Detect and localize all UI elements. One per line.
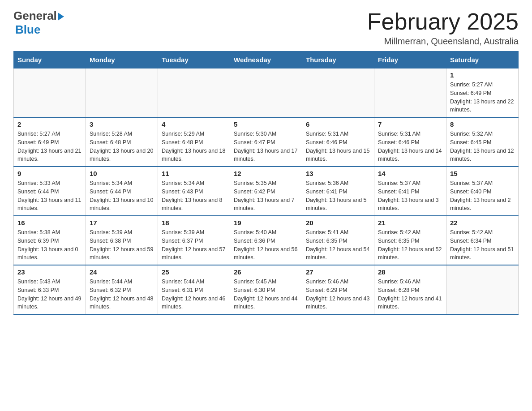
day-number: 3 bbox=[90, 120, 154, 128]
day-info: Sunrise: 5:42 AMSunset: 6:35 PMDaylight:… bbox=[378, 228, 442, 262]
svg-marker-0 bbox=[58, 13, 64, 21]
day-number: 23 bbox=[17, 268, 82, 276]
day-number: 24 bbox=[90, 268, 154, 276]
calendar-week-row: 1Sunrise: 5:27 AMSunset: 6:49 PMDaylight… bbox=[14, 68, 519, 118]
title-block: February 2025 Millmerran, Queensland, Au… bbox=[367, 9, 519, 47]
day-info: Sunrise: 5:35 AMSunset: 6:42 PMDaylight:… bbox=[234, 179, 298, 213]
table-row: 4Sunrise: 5:29 AMSunset: 6:48 PMDaylight… bbox=[158, 117, 230, 167]
day-info: Sunrise: 5:34 AMSunset: 6:43 PMDaylight:… bbox=[162, 179, 226, 213]
day-info: Sunrise: 5:31 AMSunset: 6:46 PMDaylight:… bbox=[378, 130, 442, 163]
calendar-week-row: 16Sunrise: 5:38 AMSunset: 6:39 PMDayligh… bbox=[14, 216, 519, 265]
day-info: Sunrise: 5:27 AMSunset: 6:49 PMDaylight:… bbox=[450, 81, 515, 114]
day-info: Sunrise: 5:40 AMSunset: 6:36 PMDaylight:… bbox=[234, 228, 298, 262]
day-info: Sunrise: 5:46 AMSunset: 6:29 PMDaylight:… bbox=[306, 278, 370, 311]
table-row: 24Sunrise: 5:44 AMSunset: 6:32 PMDayligh… bbox=[86, 265, 158, 314]
day-number: 11 bbox=[162, 170, 226, 177]
table-row bbox=[302, 68, 374, 118]
table-row: 12Sunrise: 5:35 AMSunset: 6:42 PMDayligh… bbox=[230, 167, 302, 216]
day-number: 7 bbox=[378, 120, 442, 128]
day-number: 4 bbox=[162, 120, 226, 128]
day-info: Sunrise: 5:39 AMSunset: 6:37 PMDaylight:… bbox=[162, 228, 226, 262]
day-number: 27 bbox=[306, 268, 370, 276]
calendar-week-row: 9Sunrise: 5:33 AMSunset: 6:44 PMDaylight… bbox=[14, 167, 519, 216]
day-info: Sunrise: 5:28 AMSunset: 6:48 PMDaylight:… bbox=[90, 130, 154, 163]
col-wednesday: Wednesday bbox=[230, 51, 302, 68]
table-row bbox=[14, 68, 86, 118]
col-saturday: Saturday bbox=[446, 51, 519, 68]
day-number: 12 bbox=[234, 170, 298, 177]
table-row bbox=[86, 68, 158, 118]
day-number: 17 bbox=[90, 219, 154, 227]
table-row: 26Sunrise: 5:45 AMSunset: 6:30 PMDayligh… bbox=[230, 265, 302, 314]
day-number: 2 bbox=[17, 120, 82, 128]
day-info: Sunrise: 5:41 AMSunset: 6:35 PMDaylight:… bbox=[306, 228, 370, 262]
calendar-week-row: 2Sunrise: 5:27 AMSunset: 6:49 PMDaylight… bbox=[14, 117, 519, 167]
day-info: Sunrise: 5:46 AMSunset: 6:28 PMDaylight:… bbox=[378, 278, 442, 311]
day-info: Sunrise: 5:33 AMSunset: 6:44 PMDaylight:… bbox=[17, 179, 82, 213]
day-info: Sunrise: 5:31 AMSunset: 6:46 PMDaylight:… bbox=[306, 130, 370, 163]
day-info: Sunrise: 5:38 AMSunset: 6:39 PMDaylight:… bbox=[17, 228, 82, 262]
col-thursday: Thursday bbox=[302, 51, 374, 68]
col-sunday: Sunday bbox=[14, 51, 86, 68]
day-number: 28 bbox=[378, 268, 442, 276]
day-number: 26 bbox=[234, 268, 298, 276]
table-row bbox=[446, 265, 519, 314]
table-row: 11Sunrise: 5:34 AMSunset: 6:43 PMDayligh… bbox=[158, 167, 230, 216]
day-number: 15 bbox=[450, 170, 515, 177]
table-row: 14Sunrise: 5:37 AMSunset: 6:41 PMDayligh… bbox=[374, 167, 446, 216]
day-info: Sunrise: 5:37 AMSunset: 6:40 PMDaylight:… bbox=[450, 179, 515, 213]
day-info: Sunrise: 5:30 AMSunset: 6:47 PMDaylight:… bbox=[234, 130, 298, 163]
table-row: 9Sunrise: 5:33 AMSunset: 6:44 PMDaylight… bbox=[14, 167, 86, 216]
day-number: 16 bbox=[17, 219, 82, 227]
table-row: 13Sunrise: 5:36 AMSunset: 6:41 PMDayligh… bbox=[302, 167, 374, 216]
col-monday: Monday bbox=[86, 51, 158, 68]
day-info: Sunrise: 5:29 AMSunset: 6:48 PMDaylight:… bbox=[162, 130, 226, 163]
calendar-table: Sunday Monday Tuesday Wednesday Thursday… bbox=[13, 51, 519, 315]
day-number: 1 bbox=[450, 71, 515, 79]
day-info: Sunrise: 5:42 AMSunset: 6:34 PMDaylight:… bbox=[450, 228, 515, 262]
day-info: Sunrise: 5:37 AMSunset: 6:41 PMDaylight:… bbox=[378, 179, 442, 213]
day-info: Sunrise: 5:32 AMSunset: 6:45 PMDaylight:… bbox=[450, 130, 515, 163]
table-row: 20Sunrise: 5:41 AMSunset: 6:35 PMDayligh… bbox=[302, 216, 374, 265]
day-number: 20 bbox=[306, 219, 370, 227]
day-number: 21 bbox=[378, 219, 442, 227]
page-header: General Blue February 2025 Millmerran, Q… bbox=[13, 9, 519, 47]
table-row: 6Sunrise: 5:31 AMSunset: 6:46 PMDaylight… bbox=[302, 117, 374, 167]
day-number: 19 bbox=[234, 219, 298, 227]
table-row: 18Sunrise: 5:39 AMSunset: 6:37 PMDayligh… bbox=[158, 216, 230, 265]
logo-general-text: General bbox=[13, 9, 57, 23]
day-info: Sunrise: 5:34 AMSunset: 6:44 PMDaylight:… bbox=[90, 179, 154, 213]
day-info: Sunrise: 5:45 AMSunset: 6:30 PMDaylight:… bbox=[234, 278, 298, 311]
day-number: 6 bbox=[306, 120, 370, 128]
day-info: Sunrise: 5:44 AMSunset: 6:32 PMDaylight:… bbox=[90, 278, 154, 311]
table-row bbox=[374, 68, 446, 118]
table-row: 1Sunrise: 5:27 AMSunset: 6:49 PMDaylight… bbox=[446, 68, 519, 118]
day-info: Sunrise: 5:44 AMSunset: 6:31 PMDaylight:… bbox=[162, 278, 226, 311]
calendar-week-row: 23Sunrise: 5:43 AMSunset: 6:33 PMDayligh… bbox=[14, 265, 519, 314]
day-number: 18 bbox=[162, 219, 226, 227]
day-number: 25 bbox=[162, 268, 226, 276]
table-row: 10Sunrise: 5:34 AMSunset: 6:44 PMDayligh… bbox=[86, 167, 158, 216]
calendar-header-row: Sunday Monday Tuesday Wednesday Thursday… bbox=[14, 51, 519, 68]
logo: General Blue bbox=[13, 9, 66, 37]
table-row: 19Sunrise: 5:40 AMSunset: 6:36 PMDayligh… bbox=[230, 216, 302, 265]
day-number: 5 bbox=[234, 120, 298, 128]
table-row: 15Sunrise: 5:37 AMSunset: 6:40 PMDayligh… bbox=[446, 167, 519, 216]
table-row: 23Sunrise: 5:43 AMSunset: 6:33 PMDayligh… bbox=[14, 265, 86, 314]
table-row: 3Sunrise: 5:28 AMSunset: 6:48 PMDaylight… bbox=[86, 117, 158, 167]
table-row bbox=[158, 68, 230, 118]
table-row: 8Sunrise: 5:32 AMSunset: 6:45 PMDaylight… bbox=[446, 117, 519, 167]
page-title: February 2025 bbox=[367, 9, 519, 34]
day-info: Sunrise: 5:39 AMSunset: 6:38 PMDaylight:… bbox=[90, 228, 154, 262]
logo-blue-text: Blue bbox=[15, 23, 40, 37]
logo-arrow-icon bbox=[58, 12, 66, 21]
day-number: 13 bbox=[306, 170, 370, 177]
table-row: 2Sunrise: 5:27 AMSunset: 6:49 PMDaylight… bbox=[14, 117, 86, 167]
col-tuesday: Tuesday bbox=[158, 51, 230, 68]
table-row: 25Sunrise: 5:44 AMSunset: 6:31 PMDayligh… bbox=[158, 265, 230, 314]
day-info: Sunrise: 5:43 AMSunset: 6:33 PMDaylight:… bbox=[17, 278, 82, 311]
table-row: 27Sunrise: 5:46 AMSunset: 6:29 PMDayligh… bbox=[302, 265, 374, 314]
table-row bbox=[230, 68, 302, 118]
table-row: 17Sunrise: 5:39 AMSunset: 6:38 PMDayligh… bbox=[86, 216, 158, 265]
table-row: 21Sunrise: 5:42 AMSunset: 6:35 PMDayligh… bbox=[374, 216, 446, 265]
